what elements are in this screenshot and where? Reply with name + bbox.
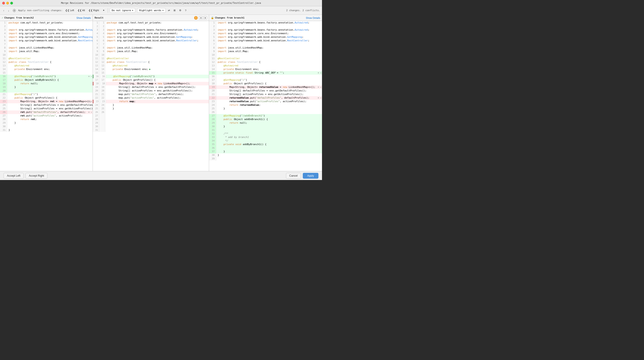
merge-controls-r1: ✕ « <box>317 71 322 75</box>
table-row: 22 public Object getProfiles() { <box>0 96 92 100</box>
sparkle-button[interactable]: ✦ <box>101 8 106 12</box>
table-row: 6 6 import org.springframework.web.bind.… <box>93 39 209 42</box>
table-row: 19 } <box>0 86 92 89</box>
nav-arrows: ∧ ∨ <box>199 16 207 20</box>
table-row: 4 import org.springframework.core.env.En… <box>0 32 92 35</box>
accept-conflict-button[interactable]: » <box>90 100 92 103</box>
prev-conflict-button[interactable]: ∧ <box>199 16 203 20</box>
middle-code-area[interactable]: 1 1 package com.wyf.test.test_pr_private… <box>93 21 209 171</box>
table-row: 8 8 import java.util.LinkedHashMap; <box>93 46 209 50</box>
highlight-words-dropdown[interactable]: Highlight words ▾ <box>137 8 166 13</box>
table-row: 31 <box>209 128 322 132</box>
reject-button3[interactable]: ✕ <box>88 111 90 113</box>
conflict-badge: 1 <box>194 16 198 20</box>
do-not-ignore-dropdown[interactable]: Do not ignore ▾ <box>110 8 136 13</box>
accept-r2-button[interactable]: « <box>320 86 322 88</box>
table-row: 18 18 Map<String, Object> map = new Link… <box>93 82 209 86</box>
table-row: 14 14 private Environment env; ● <box>93 68 209 71</box>
table-row: 29 } <box>0 121 92 125</box>
accept-r3-button[interactable]: « <box>320 97 322 99</box>
table-row: 11 11 @RestController <box>93 57 209 60</box>
table-row: 13 @Autowired <box>209 64 322 68</box>
table-row: 31 } <box>0 128 92 132</box>
cancel-button[interactable]: Cancel <box>286 173 301 179</box>
table-row: 23 returnedValue.put("activeProfiles", a… <box>209 100 322 103</box>
changes-count: 2 changes. 2 conflicts. <box>286 9 320 12</box>
right-code-area[interactable]: 1 import org.springframework.beans.facto… <box>209 21 322 171</box>
table-row: 7 7 <box>93 42 209 46</box>
table-row: 25 } <box>209 107 322 110</box>
nav-down-button[interactable]: ↓ <box>7 8 11 12</box>
table-row: 34 */ <box>209 139 322 143</box>
next-conflict-button[interactable]: ∨ <box>203 16 207 20</box>
reject-r1-button[interactable]: ✕ <box>317 72 320 74</box>
lock-icon: 🔒 <box>211 16 214 19</box>
table-row: 30 } <box>209 125 322 128</box>
table-row: 2 2 <box>93 24 209 28</box>
table-row: 12 public class TestController { <box>0 60 92 64</box>
left-code-area[interactable]: 1 package com.wyf.test.test_pr_private; … <box>0 21 92 171</box>
table-row: 12 public class TestController { <box>209 60 322 64</box>
table-row: 4 import org.springframework.core.env.En… <box>209 32 322 35</box>
table-row: 3 import org.springframework.beans.facto… <box>209 28 322 32</box>
reject-r2-button[interactable]: ✕ <box>317 86 320 88</box>
table-row: 26 26 <box>93 110 209 114</box>
left-show-details-button[interactable]: Show Details <box>76 16 91 19</box>
table-row: 5 import org.springframework.web.bind.an… <box>0 35 92 39</box>
table-row: 20 20 String[] activeProfiles = env.getA… <box>93 89 209 92</box>
separator1 <box>108 8 108 13</box>
table-row: 13 @Autowired <box>0 64 92 68</box>
accept-left-button[interactable]: Accept Left <box>4 173 24 179</box>
reject-r3-button[interactable]: ✕ <box>317 97 320 99</box>
accept-right-button[interactable]: Accept Right <box>26 173 48 179</box>
middle-panel-title: Result <box>94 16 104 19</box>
table-row: 19 Map<String, Object> returnedValue = n… <box>209 86 322 89</box>
minimize-button[interactable] <box>6 2 9 4</box>
right-show-details-button[interactable]: Show Details <box>306 16 320 19</box>
table-row: 33 * add by branch1 <box>209 136 322 139</box>
table-row: 15 private static final String ABC_DEF =… <box>209 71 322 75</box>
accept-button3[interactable]: » <box>90 111 92 113</box>
left-button[interactable]: ❮❮ Left <box>64 8 75 12</box>
nav-up-button[interactable]: ↑ <box>2 8 6 12</box>
table-row: 8 import java.util.LinkedHashMap; <box>0 46 92 50</box>
accept-left-button[interactable]: » <box>90 75 92 78</box>
magic-wand-button[interactable] <box>12 8 17 13</box>
table-row: 2 <box>209 24 322 28</box>
all-button[interactable]: ❮❮ All <box>76 8 86 12</box>
chevron-down-icon: ▾ <box>162 9 164 12</box>
bottom-left-actions: Accept Left Accept Right <box>4 173 48 179</box>
gear-button[interactable]: ⚙ <box>178 8 183 12</box>
table-row: 28 <box>93 118 209 121</box>
table-row: 5 import org.springframework.web.bind.an… <box>209 35 322 39</box>
table-row: 17 @GetMapping("/") <box>209 78 322 82</box>
table-row: 16 16 @GetMapping("/addByBranch2") <box>93 75 209 78</box>
accept-r1-button[interactable]: « <box>320 72 322 74</box>
reject-left-button[interactable]: ✕ <box>88 75 90 78</box>
table-row: 20 String[] defaultProfiles = env.getDef… <box>209 89 322 92</box>
merge-controls-r2: ✕ « <box>317 86 322 89</box>
diff-settings-button[interactable]: ⇌ <box>166 8 171 12</box>
table-row: 18 public Object getProfiles() { <box>209 82 322 86</box>
green-check-icon: ● <box>149 68 150 71</box>
help-button[interactable]: ? <box>184 8 188 12</box>
table-row: 17 public Object addByBranch2() { <box>0 78 92 82</box>
window-title: Merge Revisions for /Users/stone/DevFold… <box>61 2 261 4</box>
close-button[interactable] <box>2 2 5 4</box>
table-row: 31 <box>93 128 209 132</box>
apply-button[interactable]: Apply <box>303 173 318 179</box>
table-row: 10 <box>209 53 322 57</box>
maximize-button[interactable] <box>10 2 13 4</box>
right-button[interactable]: ❮❮ Right <box>87 8 100 12</box>
table-row: 23 23 return map; <box>93 100 209 103</box>
columns-button[interactable]: ⊞ <box>172 8 177 12</box>
table-row: 3 3 import org.springframework.beans.fac… <box>93 28 209 32</box>
chevron-down-icon: ▾ <box>132 9 134 12</box>
table-row: 6 import org.springframework.web.bind.an… <box>0 39 92 42</box>
table-row: 23 Map<String, Object> ret = new LinkedH… <box>0 100 92 103</box>
table-row: 21 String[] activeProfiles = env.getActi… <box>209 92 322 96</box>
apply-label: Apply non-conflicting changes: <box>18 9 62 12</box>
table-row: 36 <box>209 146 322 150</box>
merge-controls-r3: ✕ « <box>317 96 322 100</box>
reject-conflict-button[interactable]: ✕ <box>88 100 90 103</box>
